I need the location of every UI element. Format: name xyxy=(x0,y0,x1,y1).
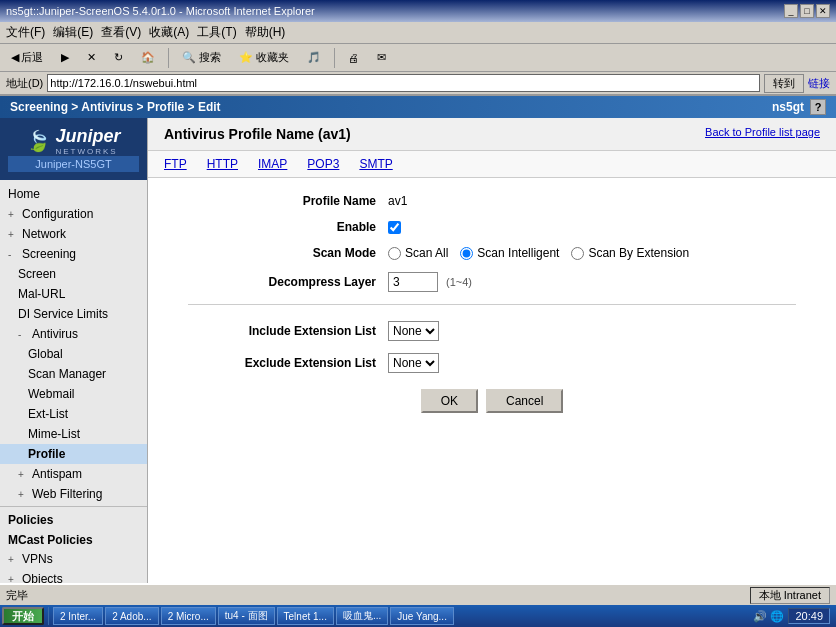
scan-all-radio[interactable] xyxy=(388,247,401,260)
browser-title: ns5gt::Juniper-ScreenOS 5.4.0r1.0 - Micr… xyxy=(6,5,315,17)
menu-view[interactable]: 查看(V) xyxy=(101,24,141,41)
close-btn[interactable]: ✕ xyxy=(816,4,830,18)
enable-label: Enable xyxy=(188,220,388,234)
print-button[interactable]: 🖨 xyxy=(341,49,366,67)
scan-intelligent-radio[interactable] xyxy=(460,247,473,260)
sidebar-item-vpns[interactable]: VPNs xyxy=(0,549,147,569)
include-ext-select[interactable]: None xyxy=(388,321,439,341)
help-button[interactable]: ? xyxy=(810,99,826,115)
sidebar-item-global[interactable]: Global xyxy=(0,344,147,364)
decompress-hint: (1~4) xyxy=(446,276,472,288)
refresh-button[interactable]: ↻ xyxy=(107,48,130,67)
taskbar-task-1[interactable]: 2 Adob... xyxy=(105,607,158,625)
search-button[interactable]: 🔍 搜索 xyxy=(175,47,228,68)
menu-favorites[interactable]: 收藏(A) xyxy=(149,24,189,41)
exclude-ext-select[interactable]: None xyxy=(388,353,439,373)
back-to-profile-link[interactable]: Back to Profile list page xyxy=(705,126,820,138)
content-title: Antivirus Profile Name (av1) xyxy=(164,126,351,142)
mail-button[interactable]: ✉ xyxy=(370,48,393,67)
ok-button[interactable]: OK xyxy=(421,389,478,413)
app-container: Screening > Antivirus > Profile > Edit n… xyxy=(0,96,836,605)
sidebar-item-antispam[interactable]: Antispam xyxy=(0,464,147,484)
toolbar-separator2 xyxy=(334,48,335,68)
back-button[interactable]: ◀ 后退 xyxy=(4,47,50,68)
sidebar-item-antivirus[interactable]: Antivirus xyxy=(0,324,147,344)
sidebar-item-profile[interactable]: Profile xyxy=(0,444,147,464)
cancel-button[interactable]: Cancel xyxy=(486,389,563,413)
media-button[interactable]: 🎵 xyxy=(300,48,328,67)
tab-ftp[interactable]: FTP xyxy=(164,157,187,171)
menu-tools[interactable]: 工具(T) xyxy=(197,24,236,41)
decompress-layer-label: Decompress Layer xyxy=(188,275,388,289)
stop-button[interactable]: ✕ xyxy=(80,48,103,67)
tab-http[interactable]: HTTP xyxy=(207,157,238,171)
include-ext-label: Include Extension List xyxy=(188,324,388,338)
content-header: Antivirus Profile Name (av1) Back to Pro… xyxy=(148,118,836,151)
sidebar-item-mime-list[interactable]: Mime-List xyxy=(0,424,147,444)
tab-pop3[interactable]: POP3 xyxy=(307,157,339,171)
sidebar-item-screen[interactable]: Screen xyxy=(0,264,147,284)
tab-smtp[interactable]: SMTP xyxy=(359,157,392,171)
sidebar-item-mal-url[interactable]: Mal-URL xyxy=(0,284,147,304)
clock: 20:49 xyxy=(788,608,830,624)
sidebar-item-ext-list[interactable]: Ext-List xyxy=(0,404,147,424)
sidebar: 🍃 Juniper NETWORKS Juniper-NS5GT Home Co… xyxy=(0,118,148,583)
logo-networks: NETWORKS xyxy=(55,147,120,156)
scan-mode-label: Scan Mode xyxy=(188,246,388,260)
profile-name-label: Profile Name xyxy=(188,194,388,208)
menu-file[interactable]: 文件(F) xyxy=(6,24,45,41)
sidebar-item-screening[interactable]: Screening xyxy=(0,244,147,264)
taskbar-task-0[interactable]: 2 Inter... xyxy=(53,607,103,625)
sidebar-item-policies[interactable]: Policies xyxy=(0,509,147,529)
system-tray-icons: 🔊 🌐 xyxy=(753,610,784,623)
start-button[interactable]: 开始 xyxy=(2,607,44,625)
forward-button[interactable]: ▶ xyxy=(54,48,76,67)
window-controls[interactable]: _ □ ✕ xyxy=(784,4,830,18)
sidebar-logo: 🍃 Juniper NETWORKS Juniper-NS5GT xyxy=(0,118,147,180)
sidebar-item-home[interactable]: Home xyxy=(0,184,147,204)
scan-mode-row: Scan Mode Scan All Scan Intelligent S xyxy=(188,246,796,260)
browser-title-bar: ns5gt::Juniper-ScreenOS 5.4.0r1.0 - Micr… xyxy=(0,0,836,22)
sidebar-item-webmail[interactable]: Webmail xyxy=(0,384,147,404)
taskbar-task-6[interactable]: Jue Yang... xyxy=(390,607,454,625)
sidebar-item-configuration[interactable]: Configuration xyxy=(0,204,147,224)
form-area: Profile Name av1 Enable Scan Mode Scan A… xyxy=(148,178,836,429)
address-label: 地址(D) xyxy=(6,76,43,91)
go-button[interactable]: 转到 xyxy=(764,74,804,93)
taskbar-task-5[interactable]: 吸血鬼... xyxy=(336,607,388,625)
nav-divider-1 xyxy=(0,506,147,507)
address-bar: 地址(D) 转到 链接 xyxy=(0,72,836,96)
scan-by-extension-radio[interactable] xyxy=(571,247,584,260)
minimize-btn[interactable]: _ xyxy=(784,4,798,18)
sidebar-item-mcast-policies[interactable]: MCast Policies xyxy=(0,529,147,549)
sidebar-item-web-filtering[interactable]: Web Filtering xyxy=(0,484,147,504)
scan-all-option[interactable]: Scan All xyxy=(388,246,448,260)
enable-checkbox[interactable] xyxy=(388,221,401,234)
scan-by-extension-option[interactable]: Scan By Extension xyxy=(571,246,689,260)
taskbar-task-4[interactable]: Telnet 1... xyxy=(277,607,334,625)
exclude-ext-label: Exclude Extension List xyxy=(188,356,388,370)
maximize-btn[interactable]: □ xyxy=(800,4,814,18)
sidebar-item-di-service-limits[interactable]: DI Service Limits xyxy=(0,304,147,324)
links-label[interactable]: 链接 xyxy=(808,76,830,91)
app-body: 🍃 Juniper NETWORKS Juniper-NS5GT Home Co… xyxy=(0,118,836,583)
sidebar-item-network[interactable]: Network xyxy=(0,224,147,244)
sidebar-item-scan-manager[interactable]: Scan Manager xyxy=(0,364,147,384)
hostname-label: ns5gt xyxy=(772,100,804,114)
button-row: OK Cancel xyxy=(188,389,796,413)
scan-intelligent-option[interactable]: Scan Intelligent xyxy=(460,246,559,260)
decompress-layer-row: Decompress Layer (1~4) xyxy=(188,272,796,292)
menu-help[interactable]: 帮助(H) xyxy=(245,24,286,41)
breadcrumb: Screening > Antivirus > Profile > Edit xyxy=(10,100,221,114)
favorites-button[interactable]: ⭐ 收藏夹 xyxy=(232,47,296,68)
decompress-layer-input[interactable] xyxy=(388,272,438,292)
tab-imap[interactable]: IMAP xyxy=(258,157,287,171)
address-input[interactable] xyxy=(47,74,760,92)
menu-edit[interactable]: 编辑(E) xyxy=(53,24,93,41)
taskbar: 开始 2 Inter... 2 Adob... 2 Micro... tu4 -… xyxy=(0,605,836,627)
taskbar-task-2[interactable]: 2 Micro... xyxy=(161,607,216,625)
toolbar-separator xyxy=(168,48,169,68)
taskbar-task-3[interactable]: tu4 - 面图 xyxy=(218,607,275,625)
home-button[interactable]: 🏠 xyxy=(134,48,162,67)
sidebar-item-objects[interactable]: Objects xyxy=(0,569,147,583)
